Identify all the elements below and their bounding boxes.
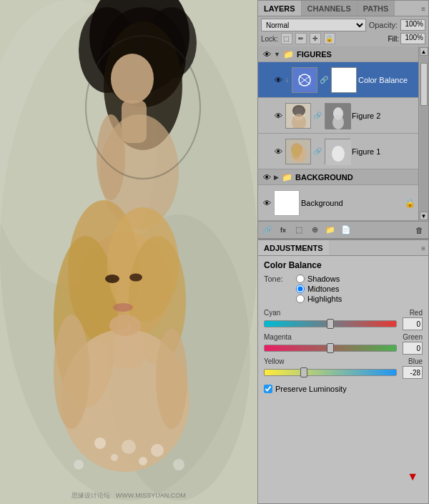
layer-list: 👁 ▼ 📁 FIGURES 👁 ↓: [258, 46, 418, 221]
scroll-down-arrow[interactable]: ▼: [420, 212, 428, 220]
yellow-blue-slider-container: [264, 369, 397, 376]
bg-thumbnail: [274, 190, 300, 216]
canvas-area: 思缘设计论坛 WWW.MISSYUAN.COM: [0, 0, 257, 504]
delete-layer-btn[interactable]: 🗑: [413, 224, 425, 237]
new-layer-btn[interactable]: 📄: [340, 224, 352, 237]
scroll-thumb[interactable]: [420, 63, 428, 106]
layer-background[interactable]: 👁 Background 🔒: [258, 185, 418, 221]
layer-style-btn[interactable]: fx: [277, 224, 290, 237]
right-panel-container: LAYERS CHANNELS PATHS ≡ Normal Multiply …: [257, 0, 429, 504]
figure1-name: Figure 1: [352, 147, 415, 156]
svg-point-33: [173, 459, 184, 470]
fill-value[interactable]: 100%: [400, 33, 425, 44]
adjustment-btn[interactable]: ⊕: [308, 224, 321, 237]
adjustment-title: Color Balance: [264, 260, 423, 270]
lock-brush-btn[interactable]: ✏: [295, 33, 307, 44]
mask-btn[interactable]: ⬚: [292, 224, 305, 237]
figures-expand-arrow[interactable]: ▼: [274, 51, 280, 58]
svg-point-26: [113, 303, 133, 312]
scroll-up-arrow[interactable]: ▲: [420, 47, 428, 56]
yellow-blue-track: [264, 369, 397, 376]
figures-folder-icon: 📁: [283, 49, 294, 59]
figure1-visibility-icon[interactable]: 👁: [272, 146, 284, 157]
adjustments-panel-menu-icon[interactable]: ≡: [421, 244, 425, 252]
yellow-blue-thumb[interactable]: [300, 367, 307, 377]
tab-adjustments[interactable]: ADJUSTMENTS: [258, 240, 329, 255]
adjustment-indicator: ↓: [285, 76, 289, 84]
svg-point-49: [332, 146, 345, 162]
tab-paths[interactable]: PATHS: [358, 1, 395, 16]
lock-move-btn[interactable]: ✛: [310, 33, 321, 44]
magenta-green-track: [264, 345, 397, 352]
tone-highlights-row[interactable]: Highlights: [296, 295, 342, 303]
figure2-visibility-icon[interactable]: 👁: [272, 110, 284, 122]
yellow-blue-section: Yellow Blue -28: [264, 357, 423, 379]
layers-toolbar: 🔗 fx ⬚ ⊕ 📁 📄 🗑: [258, 221, 428, 238]
bg-visibility-icon[interactable]: 👁: [261, 197, 272, 209]
tone-highlights-radio[interactable]: [296, 295, 305, 303]
magenta-label: Magenta: [264, 333, 292, 341]
group-btn[interactable]: 📁: [324, 224, 337, 237]
layer-figure-2[interactable]: 👁 🔗: [258, 98, 418, 134]
tone-shadows-row[interactable]: Shadows: [296, 275, 342, 283]
layer-list-container: 👁 ▼ 📁 FIGURES 👁 ↓: [258, 46, 428, 221]
preserve-luminosity-row: Preserve Luminosity: [264, 385, 423, 393]
color-balance-name: Color Balance: [358, 76, 415, 84]
scroll-track: [420, 56, 428, 212]
figures-group-header[interactable]: 👁 ▼ 📁 FIGURES: [258, 46, 418, 62]
svg-point-27: [94, 438, 106, 449]
background-group-header[interactable]: 👁 ▶ 📁 BACKGROUND: [258, 169, 418, 185]
tone-highlights-label: Highlights: [307, 295, 342, 303]
color-balance-thumbnail: [292, 67, 317, 93]
lock-fill-row: Lock: ⬚ ✏ ✛ 🔒 Fill: 100%: [261, 33, 425, 44]
magenta-green-value[interactable]: 0: [403, 342, 423, 355]
background-group-name: BACKGROUND: [295, 173, 353, 182]
figure1-thumbnail: [285, 139, 311, 164]
layers-panel: LAYERS CHANNELS PATHS ≡ Normal Multiply …: [257, 0, 429, 239]
scroll-indicator-arrow: ▼: [407, 470, 418, 483]
cyan-red-slider-container: [264, 320, 397, 327]
tab-layers[interactable]: LAYERS: [258, 1, 302, 16]
tone-midtones-radio[interactable]: [296, 285, 305, 293]
cyan-red-section: Cyan Red 0: [264, 309, 423, 330]
svg-point-23: [109, 315, 141, 336]
layer-figure-1[interactable]: 👁 🔗: [258, 134, 418, 169]
svg-point-29: [122, 440, 136, 454]
cyan-red-value[interactable]: 0: [403, 317, 423, 330]
layers-scrollbar[interactable]: ▲ ▼: [418, 46, 428, 221]
cyan-red-labels: Cyan Red: [264, 309, 423, 317]
cyan-red-track: [264, 320, 397, 327]
color-balance-link-icon: 🔗: [320, 76, 328, 84]
cyan-red-thumb[interactable]: [327, 319, 334, 329]
lock-transparent-btn[interactable]: ⬚: [281, 33, 292, 44]
layers-panel-menu-icon[interactable]: ≡: [421, 4, 425, 12]
magenta-green-thumb[interactable]: [327, 343, 334, 353]
tone-midtones-row[interactable]: Midtones: [296, 285, 342, 293]
layer-color-balance[interactable]: 👁 ↓ 🔗 Color Balance: [258, 62, 418, 98]
fill-label: Fill:: [388, 35, 399, 43]
svg-point-43: [332, 115, 344, 129]
figure1-mask: [325, 139, 350, 164]
link-layers-btn[interactable]: 🔗: [261, 224, 274, 237]
color-balance-visibility-icon[interactable]: 👁: [272, 74, 284, 86]
yellow-blue-value[interactable]: -28: [403, 366, 423, 379]
figure2-link-icon: 🔗: [313, 112, 322, 119]
cyan-label: Cyan: [264, 309, 280, 317]
figures-visibility-icon[interactable]: 👁: [261, 49, 272, 60]
opacity-value[interactable]: 100%: [400, 19, 425, 31]
lock-all-btn[interactable]: 🔒: [324, 33, 335, 44]
svg-point-31: [151, 444, 164, 457]
magenta-green-labels: Magenta Green: [264, 333, 423, 341]
background-folder-icon: 📁: [282, 172, 292, 182]
magenta-green-section: Magenta Green 0: [264, 333, 423, 355]
tone-shadows-radio[interactable]: [296, 275, 305, 283]
preserve-luminosity-checkbox[interactable]: [264, 385, 272, 393]
yellow-blue-labels: Yellow Blue: [264, 357, 423, 365]
green-label: Green: [403, 333, 423, 341]
blend-mode-select[interactable]: Normal Multiply Screen: [261, 19, 366, 31]
tab-channels[interactable]: CHANNELS: [302, 1, 358, 16]
tone-midtones-label: Midtones: [307, 285, 340, 293]
bg-lock-icon: 🔒: [405, 198, 415, 208]
background-visibility-icon[interactable]: 👁: [261, 172, 272, 183]
background-expand-arrow[interactable]: ▶: [274, 174, 279, 181]
